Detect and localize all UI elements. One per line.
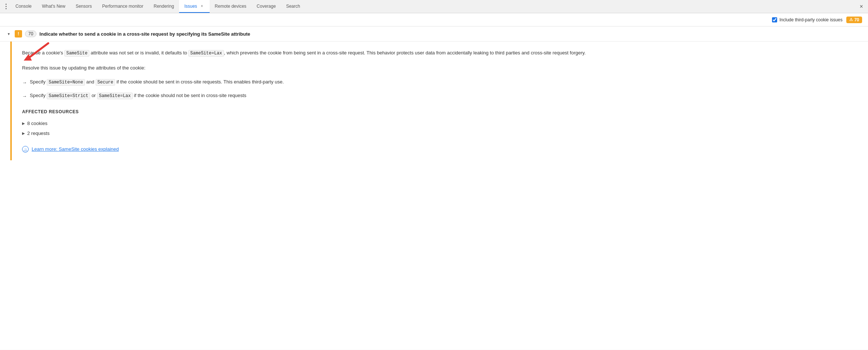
tab-rendering[interactable]: Rendering <box>149 0 179 13</box>
third-party-checkbox[interactable] <box>772 17 777 22</box>
issues-toolbar: Include third-party cookie issues ⚠ 70 <box>0 13 868 26</box>
tab-whats-new[interactable]: What's New <box>37 0 71 13</box>
affected-item-requests[interactable]: ▶ 2 requests <box>22 130 856 138</box>
issues-panel: ▾ ! 70 Indicate whether to send a cookie… <box>0 26 868 350</box>
warning-count: 70 <box>854 17 859 22</box>
tab-sensors[interactable]: Sensors <box>71 0 97 13</box>
issue-title: Indicate whether to send a cookie in a c… <box>39 31 250 37</box>
bullet-text-1: Specify SameSite=None and Secure if the … <box>30 78 284 86</box>
issue-count: 70 <box>25 31 36 37</box>
tab-issues[interactable]: Issues × <box>179 0 210 13</box>
issue-body: Because a cookie's SameSite attribute wa… <box>0 42 868 160</box>
tab-performance-monitor[interactable]: Performance monitor <box>97 0 149 13</box>
tab-remote-devices[interactable]: Remote devices <box>210 0 252 13</box>
code-secure: Secure <box>96 79 115 86</box>
more-tabs-button[interactable] <box>1 4 10 9</box>
dot3 <box>6 8 7 9</box>
tab-coverage[interactable]: Coverage <box>252 0 281 13</box>
issue-header: ▾ ! 70 Indicate whether to send a cookie… <box>0 26 868 42</box>
expand-chevron[interactable]: ▾ <box>6 31 12 37</box>
bullet-arrow-1: → <box>22 79 27 87</box>
tab-console[interactable]: Console <box>10 0 37 13</box>
code-samesite-lax-2: SameSite=Lax <box>97 93 132 99</box>
issue-row: ▾ ! 70 Indicate whether to send a cookie… <box>0 26 868 42</box>
issue-paragraph-2: Resolve this issue by updating the attri… <box>22 64 856 72</box>
dot2 <box>6 6 7 7</box>
tab-search[interactable]: Search <box>281 0 305 13</box>
issue-paragraph-1: Because a cookie's SameSite attribute wa… <box>22 49 856 57</box>
code-samesite: SameSite <box>64 50 89 57</box>
learn-more-icon: → <box>22 146 29 153</box>
tab-bar: Console What's New Sensors Performance m… <box>0 0 868 13</box>
learn-more-link[interactable]: → Learn more: SameSite cookies explained <box>22 146 856 153</box>
warning-icon: ⚠ <box>849 17 853 22</box>
bullet-text-2: Specify SameSite=Strict or SameSite=Lax … <box>30 92 246 100</box>
bullet-arrow-2: → <box>22 93 27 100</box>
issue-bullet-2: → Specify SameSite=Strict or SameSite=La… <box>22 92 856 100</box>
cookies-label: 8 cookies <box>27 120 47 128</box>
code-samesite-none: SameSite=None <box>47 79 85 86</box>
devtools-close-button[interactable]: × <box>856 1 867 12</box>
code-samesite-lax: SameSite=Lax <box>188 50 224 57</box>
triangle-requests: ▶ <box>22 131 25 136</box>
issue-warning-badge: ! <box>15 30 22 38</box>
third-party-checkbox-label: Include third-party cookie issues <box>779 17 842 22</box>
affected-resources-title: AFFECTED RESOURCES <box>22 108 856 115</box>
warning-icon-large: ! <box>18 32 19 36</box>
tab-issues-close[interactable]: × <box>199 4 204 9</box>
affected-item-cookies[interactable]: ▶ 8 cookies <box>22 120 856 128</box>
triangle-cookies: ▶ <box>22 121 25 126</box>
code-samesite-strict: SameSite=Strict <box>47 93 90 99</box>
issue-content: Because a cookie's SameSite attribute wa… <box>12 42 868 160</box>
third-party-checkbox-group: Include third-party cookie issues <box>772 17 842 22</box>
requests-label: 2 requests <box>27 130 50 138</box>
warning-count-badge: ⚠ 70 <box>846 17 862 23</box>
dot1 <box>6 4 7 5</box>
learn-more-text: Learn more: SameSite cookies explained <box>32 146 119 153</box>
issue-bullet-1: → Specify SameSite=None and Secure if th… <box>22 78 856 87</box>
